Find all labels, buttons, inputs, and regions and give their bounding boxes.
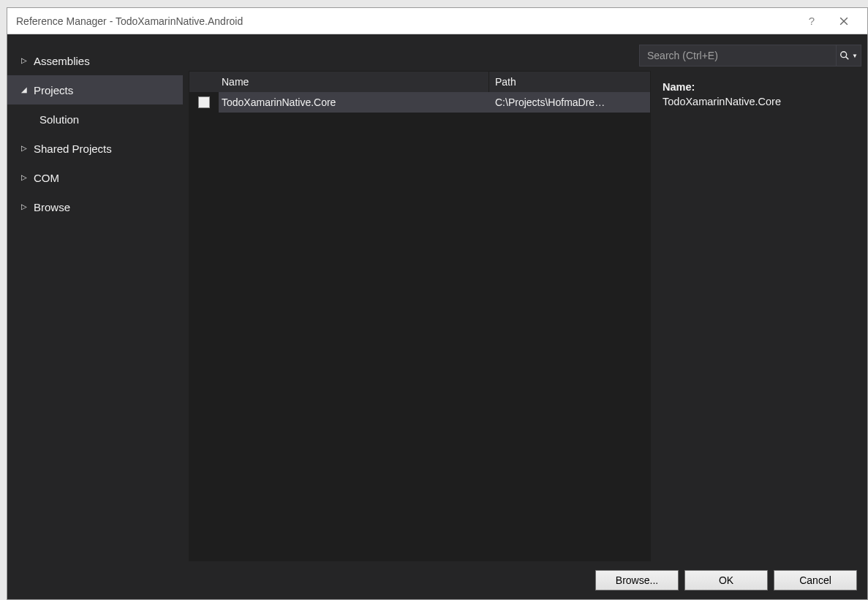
sidebar-item-label: Assemblies xyxy=(34,55,90,67)
table-row[interactable]: TodoXamarinNative.Core C:\Projects\Hofma… xyxy=(189,92,650,113)
sidebar-item-label: COM xyxy=(34,172,59,184)
details-name-label: Name: xyxy=(663,81,854,93)
column-header-name[interactable]: Name xyxy=(219,72,489,92)
footer: Browse... OK Cancel xyxy=(7,561,867,599)
search-input[interactable] xyxy=(639,45,837,67)
reference-manager-dialog: Reference Manager - TodoXamarinNative.An… xyxy=(7,7,868,600)
list-header: Name Path xyxy=(189,72,650,92)
dialog-body: ▷ Assemblies ◢ Projects Solution ▷ Share… xyxy=(7,34,867,599)
content-area: ▷ Assemblies ◢ Projects Solution ▷ Share… xyxy=(7,34,867,561)
search-icon xyxy=(839,50,850,61)
window-title: Reference Manager - TodoXamarinNative.An… xyxy=(16,15,796,27)
row-checkbox-cell xyxy=(189,92,219,113)
ok-button[interactable]: OK xyxy=(684,570,768,590)
sidebar-item-label: Browse xyxy=(34,201,70,213)
sidebar-item-browse[interactable]: ▷ Browse xyxy=(7,192,183,221)
help-button[interactable]: ? xyxy=(796,11,828,31)
toolbar: ▼ xyxy=(183,45,867,71)
sidebar-item-solution[interactable]: Solution xyxy=(7,105,183,134)
sidebar-item-com[interactable]: ▷ COM xyxy=(7,163,183,192)
chevron-down-icon: ▼ xyxy=(852,53,858,59)
sidebar-item-projects[interactable]: ◢ Projects xyxy=(7,75,183,105)
chevron-right-icon: ▷ xyxy=(19,174,29,181)
mid-area: Name Path TodoXamarinNative.Core C:\Proj… xyxy=(183,71,867,561)
svg-point-0 xyxy=(841,52,847,58)
sidebar-item-label: Projects xyxy=(34,84,73,96)
close-icon xyxy=(839,17,848,26)
checkbox[interactable] xyxy=(198,96,210,108)
close-button[interactable] xyxy=(828,11,860,31)
chevron-right-icon: ▷ xyxy=(19,57,29,64)
sidebar: ▷ Assemblies ◢ Projects Solution ▷ Share… xyxy=(7,34,183,561)
reference-list: Name Path TodoXamarinNative.Core C:\Proj… xyxy=(189,71,651,561)
row-name: TodoXamarinNative.Core xyxy=(219,96,489,108)
row-path: C:\Projects\HofmaDre… xyxy=(489,96,650,108)
column-header-path[interactable]: Path xyxy=(489,72,650,92)
sidebar-item-shared-projects[interactable]: ▷ Shared Projects xyxy=(7,134,183,163)
main-area: ▼ Name Path xyxy=(183,34,867,561)
chevron-right-icon: ▷ xyxy=(19,203,29,210)
search-button[interactable]: ▼ xyxy=(837,45,861,67)
search-wrap: ▼ xyxy=(639,45,861,67)
sidebar-item-label: Shared Projects xyxy=(34,143,112,155)
chevron-right-icon: ▷ xyxy=(19,145,29,152)
details-pane: Name: TodoXamarinNative.Core xyxy=(655,71,861,561)
details-name-value: TodoXamarinNative.Core xyxy=(663,96,854,107)
titlebar: Reference Manager - TodoXamarinNative.An… xyxy=(7,8,867,34)
chevron-down-icon: ◢ xyxy=(19,86,29,94)
cancel-button[interactable]: Cancel xyxy=(774,570,857,590)
sidebar-item-label: Solution xyxy=(39,113,79,126)
sidebar-item-assemblies[interactable]: ▷ Assemblies xyxy=(7,46,183,75)
browse-button[interactable]: Browse... xyxy=(595,570,679,590)
